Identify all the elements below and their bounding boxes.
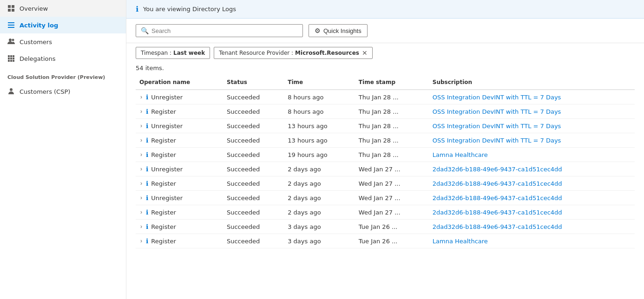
cell-timestamp: Tue Jan 26 ... [355,220,429,234]
cell-timestamp: Wed Jan 27 ... [355,191,429,205]
quick-insights-button[interactable]: ⚙ Quick Insights [309,24,368,37]
cell-operation: › ℹ Register [136,148,223,162]
row-expand-button[interactable]: › [139,223,143,230]
table-row: › ℹ Register Succeeded13 hours agoThu Ja… [136,133,635,148]
row-expand-button[interactable]: › [139,108,143,115]
person-icon [7,88,15,95]
operation-info-icon: ℹ [146,122,148,130]
cell-time: 2 days ago [284,176,355,191]
insights-icon: ⚙ [315,27,321,34]
search-input[interactable] [151,27,298,34]
row-expand-button[interactable]: › [139,94,143,100]
sidebar-item-customers-csp[interactable]: Customers (CSP) [0,83,126,100]
operation-name: Register [151,180,176,187]
subscription-link[interactable]: 2dad32d6-b188-49e6-9437-ca1d51cec4dd [433,180,562,187]
list-icon [7,21,15,29]
operation-name: Register [151,238,176,245]
operation-name: Unregister [151,166,183,173]
row-expand-button[interactable]: › [139,166,143,172]
cell-subscription[interactable]: 2dad32d6-b188-49e6-9437-ca1d51cec4dd [429,176,635,191]
row-expand-button[interactable]: › [139,209,143,215]
operation-info-icon: ℹ [146,151,148,158]
svg-rect-4 [8,22,14,23]
svg-rect-2 [8,9,11,12]
cell-operation: › ℹ Register [136,104,223,119]
svg-rect-15 [8,60,10,62]
row-expand-button[interactable]: › [139,123,143,129]
filter-chip-0[interactable]: Timespan : Last week [136,47,210,59]
search-icon: 🔍 [141,27,149,34]
cell-subscription[interactable]: 2dad32d6-b188-49e6-9437-ca1d51cec4dd [429,205,635,220]
cell-time: 8 hours ago [284,90,355,104]
operation-info-icon: ℹ [146,194,148,202]
activity-table: Operation nameStatusTimeTime stampSubscr… [136,75,635,248]
cell-timestamp: Thu Jan 28 ... [355,90,429,104]
row-expand-button[interactable]: › [139,195,143,201]
table-row: › ℹ Register Succeeded8 hours agoThu Jan… [136,104,635,119]
cell-subscription[interactable]: 2dad32d6-b188-49e6-9437-ca1d51cec4dd [429,220,635,234]
sidebar-item-overview[interactable]: Overview [0,0,126,17]
operation-name: Register [151,108,176,115]
svg-rect-11 [13,55,14,57]
info-icon: ℹ [136,5,138,13]
sidebar-item-customers[interactable]: Customers [0,33,126,50]
cell-subscription[interactable]: Lamna Healthcare [429,234,635,248]
cell-timestamp: Thu Jan 28 ... [355,119,429,133]
table-row: › ℹ Unregister Succeeded8 hours agoThu J… [136,90,635,104]
sidebar-item-delegations[interactable]: Delegations [0,50,126,67]
row-expand-button[interactable]: › [139,137,143,143]
subscription-link[interactable]: OSS Integration DevINT with TTL = 7 Days [433,137,561,144]
operation-info-icon: ℹ [146,180,148,187]
row-expand-button[interactable]: › [139,180,143,187]
cell-status: Succeeded [223,191,284,205]
cell-subscription[interactable]: OSS Integration DevINT with TTL = 7 Days [429,133,635,148]
table-row: › ℹ Register Succeeded3 days agoTue Jan … [136,234,635,248]
subscription-link[interactable]: Lamna Healthcare [433,238,488,245]
apps-icon [7,55,15,62]
sidebar-item-activity-log[interactable]: Activity log [0,17,126,33]
subscription-link[interactable]: 2dad32d6-b188-49e6-9437-ca1d51cec4dd [433,209,562,216]
filter-close-icon[interactable]: ✕ [362,49,368,57]
cell-subscription[interactable]: 2dad32d6-b188-49e6-9437-ca1d51cec4dd [429,162,635,176]
subscription-link[interactable]: OSS Integration DevINT with TTL = 7 Days [433,108,561,115]
cell-timestamp: Thu Jan 28 ... [355,148,429,162]
cell-subscription[interactable]: 2dad32d6-b188-49e6-9437-ca1d51cec4dd [429,191,635,205]
items-count: 54 items. [126,63,644,75]
subscription-link[interactable]: OSS Integration DevINT with TTL = 7 Days [433,94,561,101]
cell-subscription[interactable]: OSS Integration DevINT with TTL = 7 Days [429,104,635,119]
subscription-link[interactable]: OSS Integration DevINT with TTL = 7 Days [433,123,561,130]
cell-status: Succeeded [223,176,284,191]
cell-subscription[interactable]: OSS Integration DevINT with TTL = 7 Days [429,90,635,104]
search-box[interactable]: 🔍 [136,24,303,37]
cell-timestamp: Wed Jan 27 ... [355,176,429,191]
table-wrapper: Operation nameStatusTimeTime stampSubscr… [126,75,644,299]
operation-name: Register [151,223,176,230]
operation-info-icon: ℹ [146,108,148,115]
svg-rect-14 [13,58,14,59]
table-header-status: Status [223,75,284,90]
sidebar-item-label: Activity log [20,22,58,29]
subscription-link[interactable]: 2dad32d6-b188-49e6-9437-ca1d51cec4dd [433,195,562,202]
operation-info-icon: ℹ [146,165,148,173]
row-expand-button[interactable]: › [139,151,143,158]
filter-value: Microsoft.Resources [295,50,359,56]
subscription-link[interactable]: 2dad32d6-b188-49e6-9437-ca1d51cec4dd [433,223,562,230]
info-banner-text: You are viewing Directory Logs [143,6,236,13]
filter-chip-1[interactable]: Tenant Resource Provider : Microsoft.Res… [214,47,372,59]
subscription-link[interactable]: 2dad32d6-b188-49e6-9437-ca1d51cec4dd [433,166,562,173]
table-row: › ℹ Unregister Succeeded2 days agoWed Ja… [136,191,635,205]
subscription-link[interactable]: Lamna Healthcare [433,151,488,158]
cell-operation: › ℹ Register [136,176,223,191]
sidebar-item-label: Customers [20,39,52,46]
sidebar-item-label: Overview [20,5,48,12]
row-expand-button[interactable]: › [139,238,143,244]
cell-status: Succeeded [223,205,284,220]
filters-row: Timespan : Last week Tenant Resource Pro… [126,43,644,63]
cell-timestamp: Wed Jan 27 ... [355,205,429,220]
filter-key: Tenant Resource Provider : [219,50,293,56]
svg-rect-5 [8,25,14,26]
cell-subscription[interactable]: Lamna Healthcare [429,148,635,162]
operation-name: Register [151,209,176,216]
cell-subscription[interactable]: OSS Integration DevINT with TTL = 7 Days [429,119,635,133]
cell-time: 2 days ago [284,162,355,176]
